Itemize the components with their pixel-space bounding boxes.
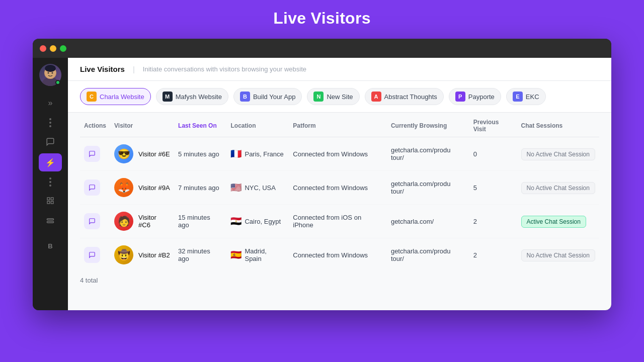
tab-abstract[interactable]: AAbstract Thoughts [365,88,444,105]
svg-point-5 [52,72,53,74]
header-bar: Live Visitors | Initiate conversations w… [68,58,611,81]
sidebar-item-beta[interactable]: B [39,237,62,255]
sidebar: » ⚡ [33,58,68,310]
col-header-location: Location [226,113,289,137]
svg-rect-9 [51,201,53,204]
tab-payporte[interactable]: PPayporte [449,88,501,105]
maximize-button[interactable] [60,45,66,52]
cell-visitor: 🧑 Visitor #C6 [110,205,174,238]
sidebar-dots-group-1 [49,118,51,127]
tab-new[interactable]: NNew Site [307,88,359,105]
tab-ekc[interactable]: EEKC [506,88,546,105]
country-flag: 🇺🇸 [230,182,242,193]
col-header-browsing: Currently Browsing [387,113,469,137]
col-header-prev_visit: Previous Visit [469,113,517,137]
cell-last-seen: 32 minutes ago [174,238,226,272]
chat-action-button[interactable] [84,213,100,229]
visitor-avatar: 😎 [114,144,133,163]
traffic-lights [40,45,66,52]
tab-badge-ekc: E [513,92,523,102]
table-header-row: ActionsVisitorLast Seen OnLocationPatfor… [80,113,599,137]
col-header-last_seen[interactable]: Last Seen On [174,113,226,137]
cell-last-seen: 15 minutes ago [174,205,226,238]
cell-chat-status: Active Chat Session [517,205,599,238]
chat-status-badge: No Active Chat Session [521,148,595,160]
main-content: Live Visitors | Initiate conversations w… [68,58,611,310]
city-label: Paris, France [245,150,283,158]
cell-last-seen: 7 minutes ago [174,171,226,205]
col-header-platform: Patform [289,113,387,137]
header-subtitle: Initiate conversations with visitors bro… [143,65,306,73]
outer-wrapper: Live Visitors [0,0,644,362]
sidebar-item-lightning[interactable]: ⚡ [39,153,62,171]
cell-browsing: getcharla.com/produ tour/ [387,238,469,272]
tabs-section: CCharla WebsiteMMafysh WebsiteBBuild You… [68,81,611,113]
cell-prev-visit: 2 [469,205,517,238]
tab-label-charla: Charla Website [100,93,144,101]
tab-badge-mafysh: M [163,92,173,102]
cell-actions [80,205,110,238]
col-header-actions: Actions [80,113,110,137]
cell-chat-status: No Active Chat Session [517,171,599,205]
col-header-visitor: Visitor [110,113,174,137]
cell-visitor: 🦊 Visitor #9A [110,171,174,205]
svg-point-4 [48,72,49,74]
cell-location: 🇪🇸 Madrid, Spain [226,238,289,272]
chat-action-button[interactable] [84,179,100,196]
tab-label-abstract: Abstract Thoughts [384,93,437,101]
avatar-emoji: 🦊 [114,178,133,197]
svg-rect-6 [47,198,50,200]
cell-actions [80,137,110,171]
tab-badge-charla: C [87,92,97,102]
tab-label-ekc: EKC [526,93,539,101]
chat-action-button[interactable] [84,146,100,162]
tab-badge-payporte: P [455,92,465,102]
cell-platform: Connected from Windows [289,238,387,272]
sidebar-item-toggle[interactable] [39,213,62,231]
sidebar-item-chat[interactable] [39,133,62,151]
cell-visitor: 😎 Visitor #6E [110,137,174,171]
sidebar-item-chevron[interactable]: » [39,94,62,112]
visitor-cell: 😎 Visitor #6E [114,144,170,163]
table-row: 🧑 Visitor #C6 15 minutes ago 🇪🇬 Cairo, E… [80,205,599,238]
cell-chat-status: No Active Chat Session [517,137,599,171]
cell-prev-visit: 0 [469,137,517,171]
cell-location: 🇪🇬 Cairo, Egypt [226,205,289,238]
country-flag: 🇫🇷 [230,148,242,159]
chevron-right-icon: » [48,99,53,108]
tab-charla[interactable]: CCharla Website [80,88,151,105]
chat-icon [46,137,55,148]
total-count-label: 4 total [80,272,599,284]
tab-label-new: New Site [327,93,353,101]
chat-action-button[interactable] [84,247,100,263]
avatar-emoji: 🤠 [114,245,133,264]
avatar-emoji: 🧑 [114,212,133,231]
sidebar-nav: » ⚡ [33,94,68,255]
minimize-button[interactable] [50,45,56,52]
sidebar-item-grid[interactable] [39,193,62,211]
tab-label-payporte: Payporte [468,93,495,101]
table-row: 🦊 Visitor #9A 7 minutes ago 🇺🇸 NYC, USA … [80,171,599,205]
city-label: Madrid, Spain [245,247,285,262]
visitor-cell: 🦊 Visitor #9A [114,178,170,197]
tab-mafysh[interactable]: MMafysh Website [156,88,228,105]
visitor-avatar: 🦊 [114,178,133,197]
location-cell: 🇺🇸 NYC, USA [230,182,285,193]
grid-icon [46,197,54,207]
tab-badge-new: N [313,92,324,102]
table-row: 😎 Visitor #6E 5 minutes ago 🇫🇷 Paris, Fr… [80,137,599,171]
tab-badge-abstract: A [371,92,381,102]
tab-label-build: Build Your App [253,93,296,101]
close-button[interactable] [40,45,46,52]
lightning-icon: ⚡ [45,158,55,167]
svg-rect-10 [47,219,53,220]
table-row: 🤠 Visitor #B2 32 minutes ago 🇪🇸 Madrid, … [80,238,599,272]
tab-build[interactable]: BBuild Your App [233,88,302,105]
city-label: NYC, USA [245,184,275,192]
cell-actions [80,238,110,272]
titlebar [33,39,611,58]
chat-status-badge: No Active Chat Session [521,182,595,194]
cell-prev-visit: 5 [469,171,517,205]
browser-window: » ⚡ [33,39,611,310]
chat-status-badge: No Active Chat Session [521,249,595,261]
